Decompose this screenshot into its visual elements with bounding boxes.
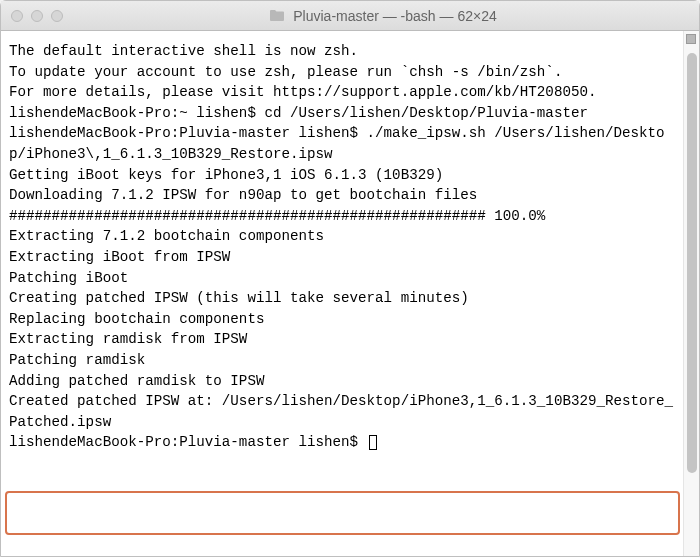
terminal-prompt[interactable]: lishendeMacBook-Pro:Pluvia-master lishen… <box>9 434 367 450</box>
terminal-line: Patching iBoot <box>9 268 675 289</box>
zoom-icon[interactable] <box>51 10 63 22</box>
folder-icon <box>269 9 285 22</box>
terminal-line: Created patched IPSW at: /Users/lishen/D… <box>9 391 675 432</box>
scroll-option-icon[interactable] <box>686 34 696 44</box>
vertical-scrollbar[interactable] <box>683 31 699 556</box>
terminal-output[interactable]: The default interactive shell is now zsh… <box>1 31 683 556</box>
terminal-line: Extracting 7.1.2 bootchain components <box>9 226 675 247</box>
window-title: Pluvia-master — -bash — 62×24 <box>293 8 496 24</box>
content-area: The default interactive shell is now zsh… <box>1 31 699 556</box>
close-icon[interactable] <box>11 10 23 22</box>
minimize-icon[interactable] <box>31 10 43 22</box>
terminal-line: lishendeMacBook-Pro:~ lishen$ cd /Users/… <box>9 103 675 124</box>
scroll-thumb[interactable] <box>687 53 697 473</box>
terminal-line: Extracting iBoot from IPSW <box>9 247 675 268</box>
terminal-line: The default interactive shell is now zsh… <box>9 41 675 62</box>
cursor-icon <box>369 435 377 450</box>
terminal-line: Getting iBoot keys for iPhone3,1 iOS 6.1… <box>9 165 675 186</box>
traffic-lights <box>11 10 63 22</box>
terminal-line: Downloading 7.1.2 IPSW for n90ap to get … <box>9 185 675 206</box>
terminal-line: Extracting ramdisk from IPSW <box>9 329 675 350</box>
terminal-line: lishendeMacBook-Pro:Pluvia-master lishen… <box>9 123 675 164</box>
titlebar[interactable]: Pluvia-master — -bash — 62×24 <box>1 1 699 31</box>
terminal-line: Creating patched IPSW (this will take se… <box>9 288 675 309</box>
terminal-line: Replacing bootchain components <box>9 309 675 330</box>
terminal-line: To update your account to use zsh, pleas… <box>9 62 675 83</box>
window-title-area: Pluvia-master — -bash — 62×24 <box>77 8 689 24</box>
terminal-line: For more details, please visit https://s… <box>9 82 675 103</box>
terminal-line: Adding patched ramdisk to IPSW <box>9 371 675 392</box>
terminal-line: Patching ramdisk <box>9 350 675 371</box>
terminal-line: ########################################… <box>9 206 675 227</box>
terminal-window: Pluvia-master — -bash — 62×24 The defaul… <box>0 0 700 557</box>
